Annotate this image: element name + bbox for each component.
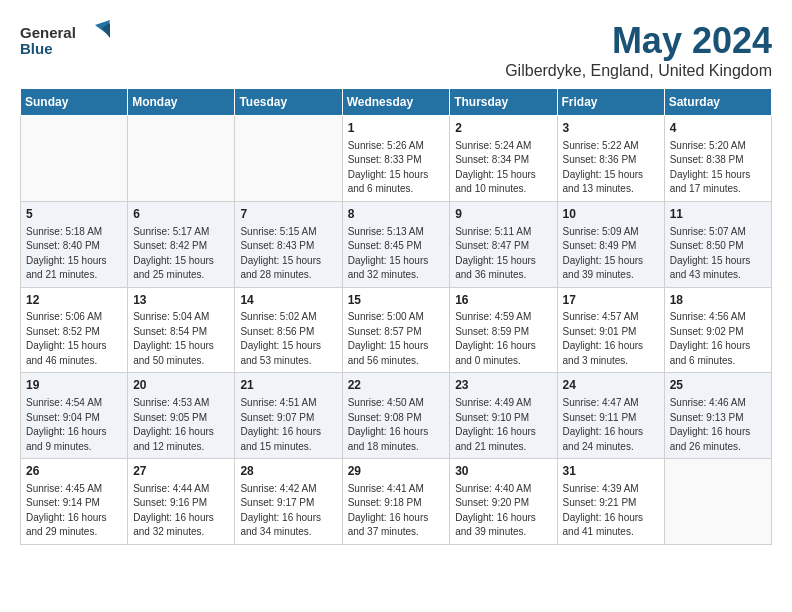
day-number: 6 [133, 206, 229, 223]
day-info: Sunrise: 5:26 AM Sunset: 8:33 PM Dayligh… [348, 139, 445, 197]
day-info: Sunrise: 5:15 AM Sunset: 8:43 PM Dayligh… [240, 225, 336, 283]
day-number: 23 [455, 377, 551, 394]
day-number: 16 [455, 292, 551, 309]
day-number: 5 [26, 206, 122, 223]
calendar-day-cell: 21Sunrise: 4:51 AM Sunset: 9:07 PM Dayli… [235, 373, 342, 459]
calendar-day-cell: 10Sunrise: 5:09 AM Sunset: 8:49 PM Dayli… [557, 201, 664, 287]
day-info: Sunrise: 4:47 AM Sunset: 9:11 PM Dayligh… [563, 396, 659, 454]
day-info: Sunrise: 4:41 AM Sunset: 9:18 PM Dayligh… [348, 482, 445, 540]
calendar-day-cell: 22Sunrise: 4:50 AM Sunset: 9:08 PM Dayli… [342, 373, 450, 459]
calendar-day-cell: 20Sunrise: 4:53 AM Sunset: 9:05 PM Dayli… [128, 373, 235, 459]
day-number: 31 [563, 463, 659, 480]
day-info: Sunrise: 4:45 AM Sunset: 9:14 PM Dayligh… [26, 482, 122, 540]
day-number: 13 [133, 292, 229, 309]
calendar-week-row: 19Sunrise: 4:54 AM Sunset: 9:04 PM Dayli… [21, 373, 772, 459]
calendar-day-cell: 30Sunrise: 4:40 AM Sunset: 9:20 PM Dayli… [450, 459, 557, 545]
calendar-day-cell: 5Sunrise: 5:18 AM Sunset: 8:40 PM Daylig… [21, 201, 128, 287]
calendar-day-cell: 4Sunrise: 5:20 AM Sunset: 8:38 PM Daylig… [664, 116, 771, 202]
weekday-header-friday: Friday [557, 89, 664, 116]
day-info: Sunrise: 5:13 AM Sunset: 8:45 PM Dayligh… [348, 225, 445, 283]
calendar-week-row: 5Sunrise: 5:18 AM Sunset: 8:40 PM Daylig… [21, 201, 772, 287]
location-title: Gilberdyke, England, United Kingdom [505, 62, 772, 80]
day-info: Sunrise: 4:49 AM Sunset: 9:10 PM Dayligh… [455, 396, 551, 454]
calendar-day-cell: 26Sunrise: 4:45 AM Sunset: 9:14 PM Dayli… [21, 459, 128, 545]
calendar-day-cell: 7Sunrise: 5:15 AM Sunset: 8:43 PM Daylig… [235, 201, 342, 287]
day-info: Sunrise: 4:44 AM Sunset: 9:16 PM Dayligh… [133, 482, 229, 540]
day-number: 14 [240, 292, 336, 309]
calendar-day-cell: 28Sunrise: 4:42 AM Sunset: 9:17 PM Dayli… [235, 459, 342, 545]
calendar-day-cell: 27Sunrise: 4:44 AM Sunset: 9:16 PM Dayli… [128, 459, 235, 545]
day-info: Sunrise: 4:54 AM Sunset: 9:04 PM Dayligh… [26, 396, 122, 454]
calendar-day-cell: 29Sunrise: 4:41 AM Sunset: 9:18 PM Dayli… [342, 459, 450, 545]
day-number: 3 [563, 120, 659, 137]
day-number: 9 [455, 206, 551, 223]
day-number: 4 [670, 120, 766, 137]
day-info: Sunrise: 5:04 AM Sunset: 8:54 PM Dayligh… [133, 310, 229, 368]
calendar-day-cell: 15Sunrise: 5:00 AM Sunset: 8:57 PM Dayli… [342, 287, 450, 373]
day-info: Sunrise: 4:40 AM Sunset: 9:20 PM Dayligh… [455, 482, 551, 540]
day-info: Sunrise: 5:00 AM Sunset: 8:57 PM Dayligh… [348, 310, 445, 368]
empty-cell [21, 116, 128, 202]
day-number: 15 [348, 292, 445, 309]
calendar-day-cell: 8Sunrise: 5:13 AM Sunset: 8:45 PM Daylig… [342, 201, 450, 287]
calendar-day-cell: 17Sunrise: 4:57 AM Sunset: 9:01 PM Dayli… [557, 287, 664, 373]
logo-svg: General Blue [20, 20, 110, 65]
weekday-header-saturday: Saturday [664, 89, 771, 116]
day-info: Sunrise: 4:56 AM Sunset: 9:02 PM Dayligh… [670, 310, 766, 368]
calendar-day-cell: 2Sunrise: 5:24 AM Sunset: 8:34 PM Daylig… [450, 116, 557, 202]
day-info: Sunrise: 4:39 AM Sunset: 9:21 PM Dayligh… [563, 482, 659, 540]
day-number: 24 [563, 377, 659, 394]
logo: General Blue [20, 20, 110, 65]
day-info: Sunrise: 5:02 AM Sunset: 8:56 PM Dayligh… [240, 310, 336, 368]
day-number: 11 [670, 206, 766, 223]
day-info: Sunrise: 4:57 AM Sunset: 9:01 PM Dayligh… [563, 310, 659, 368]
empty-cell [128, 116, 235, 202]
day-number: 17 [563, 292, 659, 309]
day-info: Sunrise: 4:46 AM Sunset: 9:13 PM Dayligh… [670, 396, 766, 454]
day-info: Sunrise: 5:17 AM Sunset: 8:42 PM Dayligh… [133, 225, 229, 283]
day-number: 30 [455, 463, 551, 480]
day-number: 1 [348, 120, 445, 137]
calendar-day-cell: 24Sunrise: 4:47 AM Sunset: 9:11 PM Dayli… [557, 373, 664, 459]
day-number: 21 [240, 377, 336, 394]
day-info: Sunrise: 5:24 AM Sunset: 8:34 PM Dayligh… [455, 139, 551, 197]
weekday-header-monday: Monday [128, 89, 235, 116]
calendar-day-cell: 31Sunrise: 4:39 AM Sunset: 9:21 PM Dayli… [557, 459, 664, 545]
calendar-day-cell: 16Sunrise: 4:59 AM Sunset: 8:59 PM Dayli… [450, 287, 557, 373]
calendar-day-cell: 14Sunrise: 5:02 AM Sunset: 8:56 PM Dayli… [235, 287, 342, 373]
calendar-day-cell: 11Sunrise: 5:07 AM Sunset: 8:50 PM Dayli… [664, 201, 771, 287]
weekday-header-wednesday: Wednesday [342, 89, 450, 116]
day-number: 29 [348, 463, 445, 480]
calendar-day-cell: 25Sunrise: 4:46 AM Sunset: 9:13 PM Dayli… [664, 373, 771, 459]
day-info: Sunrise: 5:18 AM Sunset: 8:40 PM Dayligh… [26, 225, 122, 283]
day-info: Sunrise: 5:11 AM Sunset: 8:47 PM Dayligh… [455, 225, 551, 283]
calendar-day-cell: 13Sunrise: 5:04 AM Sunset: 8:54 PM Dayli… [128, 287, 235, 373]
header: General Blue May 2024 Gilberdyke, Englan… [20, 20, 772, 80]
day-number: 8 [348, 206, 445, 223]
calendar-day-cell: 6Sunrise: 5:17 AM Sunset: 8:42 PM Daylig… [128, 201, 235, 287]
day-number: 28 [240, 463, 336, 480]
calendar-day-cell: 23Sunrise: 4:49 AM Sunset: 9:10 PM Dayli… [450, 373, 557, 459]
day-number: 19 [26, 377, 122, 394]
empty-cell [664, 459, 771, 545]
calendar-week-row: 1Sunrise: 5:26 AM Sunset: 8:33 PM Daylig… [21, 116, 772, 202]
day-info: Sunrise: 5:06 AM Sunset: 8:52 PM Dayligh… [26, 310, 122, 368]
day-info: Sunrise: 5:07 AM Sunset: 8:50 PM Dayligh… [670, 225, 766, 283]
calendar-week-row: 26Sunrise: 4:45 AM Sunset: 9:14 PM Dayli… [21, 459, 772, 545]
day-info: Sunrise: 4:50 AM Sunset: 9:08 PM Dayligh… [348, 396, 445, 454]
day-number: 25 [670, 377, 766, 394]
calendar-day-cell: 3Sunrise: 5:22 AM Sunset: 8:36 PM Daylig… [557, 116, 664, 202]
day-info: Sunrise: 4:42 AM Sunset: 9:17 PM Dayligh… [240, 482, 336, 540]
weekday-header-sunday: Sunday [21, 89, 128, 116]
day-number: 20 [133, 377, 229, 394]
title-area: May 2024 Gilberdyke, England, United Kin… [505, 20, 772, 80]
day-info: Sunrise: 5:09 AM Sunset: 8:49 PM Dayligh… [563, 225, 659, 283]
calendar-week-row: 12Sunrise: 5:06 AM Sunset: 8:52 PM Dayli… [21, 287, 772, 373]
day-number: 22 [348, 377, 445, 394]
calendar-day-cell: 9Sunrise: 5:11 AM Sunset: 8:47 PM Daylig… [450, 201, 557, 287]
weekday-header-tuesday: Tuesday [235, 89, 342, 116]
day-info: Sunrise: 4:53 AM Sunset: 9:05 PM Dayligh… [133, 396, 229, 454]
day-info: Sunrise: 4:51 AM Sunset: 9:07 PM Dayligh… [240, 396, 336, 454]
calendar-day-cell: 19Sunrise: 4:54 AM Sunset: 9:04 PM Dayli… [21, 373, 128, 459]
day-number: 27 [133, 463, 229, 480]
